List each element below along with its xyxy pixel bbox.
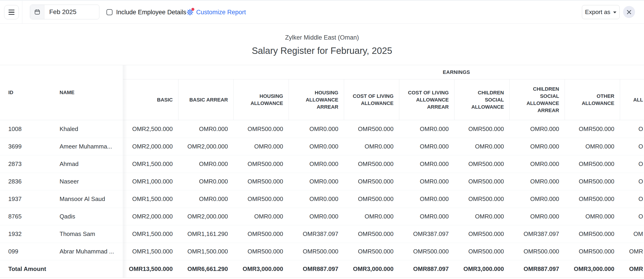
value-cell: OMR500.000: [234, 160, 289, 168]
value-cell: OMR500.000: [234, 248, 289, 255]
value-cell: OMR0.000: [565, 213, 620, 220]
customize-report-link[interactable]: Customize Report: [186, 1, 246, 24]
value-cell: OMR1,500.000: [123, 195, 178, 203]
id-cell: 1932: [0, 230, 52, 237]
value-cell: OMR500.000: [565, 125, 620, 133]
chevron-down-icon: [613, 12, 616, 13]
notification-dot: [191, 8, 194, 11]
earnings-group-label: EARNINGS: [443, 69, 470, 75]
value-cell: OMR0.000: [454, 143, 510, 150]
id-cell: 3699: [0, 143, 52, 150]
value-cell: OMR0.000: [289, 213, 344, 220]
value-cell: OMR500.000: [454, 195, 510, 203]
value-cell: OMR1,161.290: [178, 230, 234, 237]
value-cell: OMR500.000: [454, 248, 510, 255]
value-cell: OMR0.000: [510, 213, 565, 220]
id-cell: 1008: [0, 125, 52, 133]
table-row: 3699 Ameer Muhamma... OMR2,000.000 OMR2,…: [0, 138, 644, 155]
value-cell: OMR1,500.000: [123, 230, 178, 237]
include-employee-details-checkbox[interactable]: [106, 9, 112, 15]
value-cell: OMR0.000: [178, 195, 234, 203]
col-header: BASIC ARREAR: [178, 79, 234, 120]
close-icon: [626, 10, 632, 15]
id-cell: 1937: [0, 195, 52, 203]
value-cell: OMR500.000: [565, 248, 620, 255]
value-cell: OMR500.000: [399, 248, 454, 255]
table-row: 8765 Qadis OMR2,000.000 OMR2,000.000 OMR…: [0, 208, 644, 225]
value-cell: OMR0.000: [510, 143, 565, 150]
report-toolbar: Feb 2025 Include Employee Details Custom…: [0, 1, 644, 24]
col-header-clipped: ALL: [620, 79, 644, 120]
value-cell: OMR500.000: [344, 195, 399, 203]
period-datepicker[interactable]: Feb 2025: [30, 5, 99, 19]
value-cell: OMR0.000: [399, 125, 454, 133]
value-cell-clipped: OM: [620, 230, 644, 237]
export-as-button[interactable]: Export as: [582, 5, 620, 19]
report-header: Zylker Middle East (Oman) Salary Registe…: [0, 34, 644, 56]
value-cell: OMR0.000: [344, 213, 399, 220]
value-cell: OMR0.000: [399, 178, 454, 185]
name-cell: Khaled: [52, 120, 123, 138]
value-cell: OMR500.000: [565, 160, 620, 168]
total-value-cell: OMR887.097: [510, 265, 565, 272]
hamburger-icon: [8, 14, 14, 15]
value-cell-clipped: O: [620, 178, 644, 185]
col-header: BASIC: [123, 79, 178, 120]
value-cell-clipped: OMR: [620, 248, 644, 255]
value-cell: OMR0.000: [178, 178, 234, 185]
value-cell: OMR500.000: [565, 178, 620, 185]
col-header: COST OF LIVING ALLOWANCE: [344, 79, 399, 120]
value-cell: OMR500.000: [344, 160, 399, 168]
value-cell: OMR387.097: [399, 230, 454, 237]
value-cell: OMR500.000: [344, 125, 399, 133]
total-value-cell: OMR3,000.000: [565, 265, 620, 272]
table-row: 099 Abrar Muhammad ... OMR1,500.000 OMR1…: [0, 243, 644, 260]
value-cell: OMR0.000: [454, 213, 510, 220]
value-cell: OMR500.000: [454, 178, 510, 185]
value-cell: OMR500.000: [454, 230, 510, 237]
value-cell-clipped: O: [620, 125, 644, 133]
col-header-id: ID: [0, 65, 52, 120]
name-cell: Ahmad: [52, 155, 123, 173]
total-value-cell: OMR6,661.290: [178, 265, 234, 272]
value-cell: OMR2,000.000: [123, 143, 178, 150]
name-cell: Ameer Muhamma...: [52, 138, 123, 155]
name-cell: Abrar Muhammad ...: [52, 243, 123, 260]
col-header: OTHER ALLOWANCE: [565, 79, 620, 120]
col-header: COST OF LIVING ALLOWANCE ARREAR: [399, 79, 454, 120]
name-cell: Mansoor Al Saud: [52, 190, 123, 208]
value-cell: OMR0.000: [289, 160, 344, 168]
col-header: HOUSING ALLOWANCE ARREAR: [289, 79, 344, 120]
value-cell: OMR0.000: [344, 143, 399, 150]
gear-icon: [186, 9, 194, 16]
table-row: 2836 Naseer OMR1,000.000 OMR0.000 OMR500…: [0, 173, 644, 190]
value-cell: OMR0.000: [510, 178, 565, 185]
hamburger-menu-button[interactable]: [4, 5, 19, 19]
value-cell: OMR1,500.000: [178, 248, 234, 255]
value-cell: OMR500.000: [289, 248, 344, 255]
id-cell: 2836: [0, 178, 52, 185]
col-header: HOUSING ALLOWANCE: [234, 79, 289, 120]
close-button[interactable]: [623, 6, 635, 18]
toolbar-divider: [22, 1, 22, 24]
value-cell: OMR0.000: [289, 178, 344, 185]
value-cell: OMR0.000: [178, 160, 234, 168]
name-cell: [52, 260, 123, 277]
table-row: 1937 Mansoor Al Saud OMR1,500.000 OMR0.0…: [0, 190, 644, 208]
table-row: 2873 Ahmad OMR1,500.000 OMR0.000 OMR500.…: [0, 155, 644, 173]
name-cell: Qadis: [52, 208, 123, 225]
total-value-cell: OMR3,000.000: [344, 265, 399, 272]
include-employee-details-group: Include Employee Details: [106, 1, 186, 24]
value-cell: OMR0.000: [510, 160, 565, 168]
value-cell: OMR500.000: [510, 248, 565, 255]
value-cell-clipped: O: [620, 160, 644, 168]
value-cell: OMR0.000: [289, 143, 344, 150]
earnings-group-header: EARNINGS: [123, 65, 644, 79]
value-cell: OMR500.000: [565, 195, 620, 203]
value-cell: OMR1,000.000: [123, 178, 178, 185]
company-name: Zylker Middle East (Oman): [0, 34, 644, 41]
id-cell: 8765: [0, 213, 52, 220]
value-cell: OMR500.000: [565, 230, 620, 237]
export-as-label: Export as: [585, 9, 610, 16]
total-value-cell: OMR13,500.000: [123, 265, 178, 272]
